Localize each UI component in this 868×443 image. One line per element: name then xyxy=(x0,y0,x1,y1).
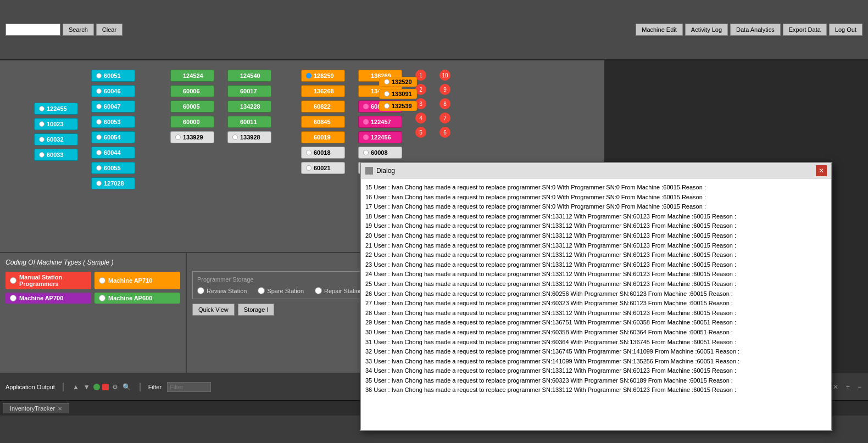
search-input[interactable] xyxy=(5,24,60,36)
toolbar-right: Machine Edit Activity Log Data Analytics… xyxy=(636,24,863,36)
log-line: 26 User : Ivan Chong has made a request … xyxy=(365,289,827,299)
log-line: 25 User : Ivan Chong has made a request … xyxy=(365,279,827,289)
add-output-button[interactable]: + xyxy=(845,382,851,392)
data-analytics-button[interactable]: Data Analytics xyxy=(730,24,781,36)
output-icons: ▲ ▼ ⚙ 🔍 xyxy=(71,382,132,392)
export-data-button[interactable]: Export Data xyxy=(783,24,827,36)
dialog-title: Dialog xyxy=(376,167,816,175)
output-settings-icon[interactable]: ⚙ xyxy=(111,382,119,392)
output-down-icon[interactable]: ▼ xyxy=(82,382,91,392)
log-line: 35 User : Ivan Chong has made a request … xyxy=(365,376,827,386)
output-play-button[interactable] xyxy=(93,384,100,390)
log-line: 31 User : Ivan Chong has made a request … xyxy=(365,338,827,347)
log-line: 36 User : Ivan Chong has made a request … xyxy=(365,385,827,395)
close-panel-icon[interactable]: ✕ xyxy=(832,382,839,392)
log-out-button[interactable]: Log Out xyxy=(829,24,863,36)
separator-1 xyxy=(63,383,64,391)
dialog: Dialog ✕ 15 User : Ivan Chong has made a… xyxy=(360,162,832,431)
separator-2 xyxy=(140,383,141,391)
tab-close-icon[interactable]: ✕ xyxy=(58,406,62,412)
activity-log-button[interactable]: Activity Log xyxy=(685,24,728,36)
remove-output-button[interactable]: − xyxy=(856,382,863,392)
tab-label: InventoryTracker xyxy=(10,405,55,412)
log-line: 27 User : Ivan Chong has made a request … xyxy=(365,299,827,309)
log-line: 32 User : Ivan Chong has made a request … xyxy=(365,347,827,357)
log-line: 16 User : Ivan Chong has made a request … xyxy=(365,193,827,203)
output-stop-button[interactable] xyxy=(102,384,109,390)
log-line: 17 User : Ivan Chong has made a request … xyxy=(365,202,827,212)
top-bar: Search Clear Machine Edit Activity Log D… xyxy=(0,0,868,60)
log-line: 33 User : Ivan Chong has made a request … xyxy=(365,357,827,367)
dialog-titlebar: Dialog ✕ xyxy=(361,163,831,178)
log-line: 22 User : Ivan Chong has made a request … xyxy=(365,250,827,260)
log-line: 19 User : Ivan Chong has made a request … xyxy=(365,221,827,231)
log-line: 21 User : Ivan Chong has made a request … xyxy=(365,241,827,251)
output-up-icon[interactable]: ▲ xyxy=(71,382,80,392)
dialog-body[interactable]: 15 User : Ivan Chong has made a request … xyxy=(361,178,831,430)
output-search-icon[interactable]: 🔍 xyxy=(121,382,132,392)
dialog-overlay: Dialog ✕ 15 User : Ivan Chong has made a… xyxy=(0,60,868,373)
app-output-label: Application Output xyxy=(5,384,55,390)
tab-inventory-tracker[interactable]: InventoryTracker ✕ xyxy=(3,403,69,413)
log-line: 24 User : Ivan Chong has made a request … xyxy=(365,270,827,279)
log-line: 20 User : Ivan Chong has made a request … xyxy=(365,231,827,241)
machine-edit-button[interactable]: Machine Edit xyxy=(636,24,683,36)
log-line: 29 User : Ivan Chong has made a request … xyxy=(365,318,827,328)
dialog-icon xyxy=(365,167,373,175)
toolbar-left: Search Clear xyxy=(5,24,123,36)
log-line: 18 User : Ivan Chong has made a request … xyxy=(365,212,827,222)
clear-button[interactable]: Clear xyxy=(96,24,123,36)
main-area: 132520 133091 132539 122455 10023 6003 xyxy=(0,60,868,373)
search-button[interactable]: Search xyxy=(63,24,94,36)
dialog-close-button[interactable]: ✕ xyxy=(816,165,827,176)
log-line: 28 User : Ivan Chong has made a request … xyxy=(365,309,827,318)
log-line: 15 User : Ivan Chong has made a request … xyxy=(365,183,827,193)
filter-input[interactable] xyxy=(167,382,211,392)
filter-label: Filter xyxy=(148,384,162,390)
log-line: 34 User : Ivan Chong has made a request … xyxy=(365,366,827,376)
log-line: 30 User : Ivan Chong has made a request … xyxy=(365,328,827,338)
log-line: 23 User : Ivan Chong has made a request … xyxy=(365,260,827,270)
